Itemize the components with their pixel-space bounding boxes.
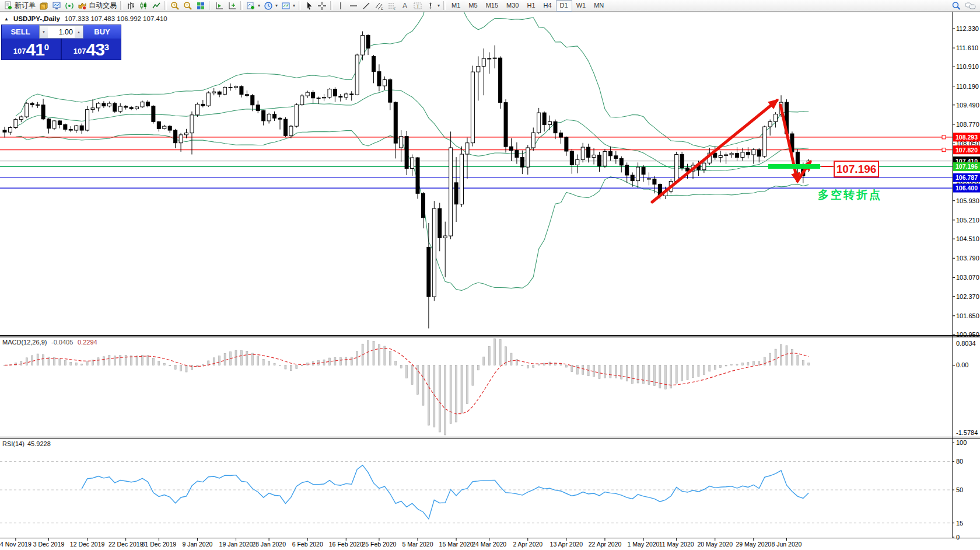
timeframe-m30[interactable]: M30 <box>502 0 523 11</box>
text-label-button[interactable]: T <box>411 1 424 11</box>
search-button[interactable] <box>950 1 963 11</box>
fibonacci-icon: F <box>387 1 397 11</box>
candlestick-button[interactable] <box>137 1 150 11</box>
separator <box>209 1 211 10</box>
hline-handle[interactable] <box>942 135 946 139</box>
buy-price[interactable]: 107433 <box>62 39 121 60</box>
auto-trading-label: 自动交易 <box>89 1 117 11</box>
chat-icon <box>965 1 977 11</box>
sell-price[interactable]: 107410 <box>2 39 61 60</box>
date-tick-label: 22 Dec 2019 <box>108 541 144 548</box>
new-order-button[interactable]: 新订单 <box>2 1 37 11</box>
zoom-in-icon <box>170 1 180 11</box>
cursor-button[interactable] <box>303 1 316 11</box>
price-tick-label: 110.190 <box>956 83 979 90</box>
templates-button[interactable]: ▾ <box>279 1 297 11</box>
shapes-button[interactable]: ▾ <box>424 1 442 11</box>
hline-handle[interactable] <box>942 148 946 152</box>
zoom-out-button[interactable] <box>181 1 194 11</box>
timeframe-m15[interactable]: M15 <box>482 0 502 11</box>
vertical-line-button[interactable] <box>334 1 347 11</box>
line-chart-icon <box>152 1 161 11</box>
price-tick-label: 105.930 <box>956 197 979 204</box>
new-chart-button[interactable]: ▾ <box>244 1 262 11</box>
price-tick-label: 105.210 <box>956 217 979 224</box>
bar-chart-icon <box>126 1 135 11</box>
timeframe-w1[interactable]: W1 <box>572 0 590 11</box>
mt4-window: 新订单 自动交易 ▾ ▾ ▾ E F A T ▾ <box>0 0 980 550</box>
svg-text:E: E <box>381 7 383 11</box>
sell-price-prefix: 107 <box>13 44 26 58</box>
timeframe-h4[interactable]: H4 <box>540 0 556 11</box>
svg-text:F: F <box>394 7 396 11</box>
crosshair-button[interactable] <box>316 1 328 11</box>
text-button[interactable]: A <box>398 1 411 11</box>
timeframe-h1[interactable]: H1 <box>523 0 539 11</box>
fibonacci-button[interactable]: F <box>386 1 398 11</box>
timeframe-group: M1M5M15M30H1H4D1W1MN <box>447 0 608 12</box>
date-tick-label: 16 Feb 2020 <box>329 541 363 548</box>
buy-button[interactable]: BUY <box>83 25 121 39</box>
svg-text:106.787: 106.787 <box>956 174 978 181</box>
timeframe-m5[interactable]: M5 <box>464 0 481 11</box>
date-tick-label: 11 May 2020 <box>659 541 694 548</box>
date-tick-label: 19 Jan 2020 <box>219 541 253 548</box>
dropdown-arrow-icon: ▾ <box>275 3 278 8</box>
chart-ohlc-label: 107.333 107.483 106.992 107.410 <box>65 15 167 22</box>
charts-icon <box>52 1 61 11</box>
rsi-label: RSI(14) <box>2 440 24 447</box>
signal-button[interactable] <box>63 1 76 11</box>
volume-stepper: ▼ 1.00 ▲ <box>39 25 83 39</box>
horizontal-line-button[interactable] <box>347 1 360 11</box>
rsi-value: 45.9228 <box>27 440 51 447</box>
volume-decrease-button[interactable]: ▼ <box>40 26 48 38</box>
price-tick-label: 101.650 <box>956 312 979 319</box>
trendline-icon <box>362 1 371 11</box>
price-tick-label: 104.510 <box>956 235 979 242</box>
channel-button[interactable]: E <box>373 1 386 11</box>
chart-canvas[interactable]: 107.196多空转折点MACD(12,26,9) -0.04050.2294R… <box>0 0 980 550</box>
date-tick-label: 12 Dec 2019 <box>70 541 105 548</box>
periods-button[interactable]: ▾ <box>262 1 279 11</box>
timeframe-m1[interactable]: M1 <box>447 0 464 11</box>
search-icon <box>951 1 961 11</box>
cn-annotation-text[interactable]: 多空转折点 <box>818 189 882 201</box>
date-tick-label: 3 Dec 2019 <box>33 541 65 548</box>
date-tick-label: 22 Apr 2020 <box>589 541 622 548</box>
line-chart-button[interactable] <box>150 1 163 11</box>
svg-text:A: A <box>402 2 407 10</box>
turning-point-highlight[interactable] <box>768 164 820 169</box>
scroll-to-end-button[interactable] <box>226 1 239 11</box>
volume-value[interactable]: 1.00 <box>48 26 75 38</box>
profile-button[interactable] <box>37 1 50 11</box>
timeframe-d1[interactable]: D1 <box>556 0 572 12</box>
bar-chart-button[interactable] <box>124 1 137 11</box>
scroll-to-end-icon <box>228 1 237 11</box>
auto-arrange-button[interactable] <box>213 1 226 11</box>
toolbar-right <box>950 1 978 11</box>
date-tick-label: 8 Jun 2020 <box>771 541 802 548</box>
svg-text:-1.5784: -1.5784 <box>956 429 978 436</box>
date-tick-label: 20 May 2020 <box>697 541 733 548</box>
charts-button[interactable] <box>50 1 63 11</box>
collapse-icon[interactable]: ▲ <box>4 16 9 22</box>
spinner-up-icon: ▲ <box>77 30 80 34</box>
date-tick-label: 25 Feb 2020 <box>362 541 396 548</box>
date-tick-label: 31 Dec 2019 <box>142 541 177 548</box>
chat-button[interactable] <box>963 1 978 11</box>
tile-windows-button[interactable] <box>194 1 207 11</box>
timeframe-mn[interactable]: MN <box>590 0 608 11</box>
zoom-in-button[interactable] <box>169 1 181 11</box>
trendline-button[interactable] <box>360 1 373 11</box>
date-tick-label: 4 Nov 2019 <box>0 541 32 548</box>
templates-icon <box>281 1 290 11</box>
periods-icon <box>264 1 273 11</box>
sell-button[interactable]: SELL <box>2 25 39 39</box>
volume-increase-button[interactable]: ▲ <box>75 26 83 38</box>
auto-trading-button[interactable]: 自动交易 <box>76 1 118 11</box>
separator <box>240 1 243 10</box>
tile-windows-icon <box>196 1 205 11</box>
separator <box>164 1 167 10</box>
svg-text:106.400: 106.400 <box>956 185 978 192</box>
dropdown-arrow-icon: ▾ <box>293 3 295 8</box>
